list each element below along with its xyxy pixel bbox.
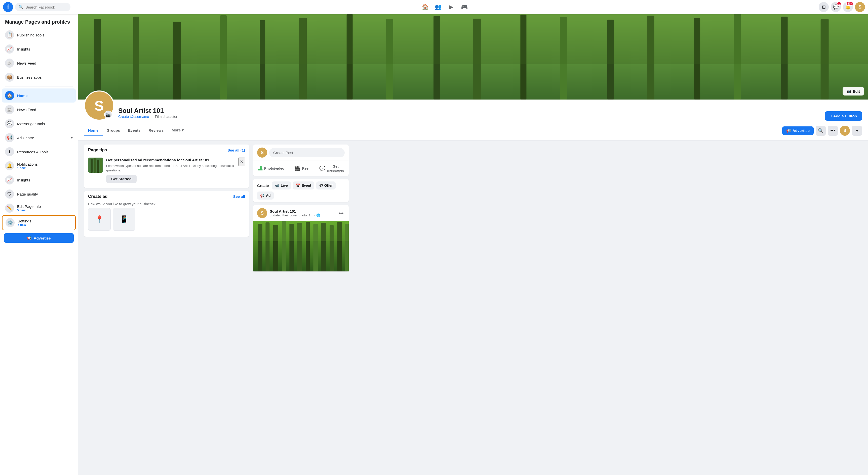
edit-page-info-icon: ✏️ <box>5 204 14 213</box>
sidebar-item-insights-top[interactable]: 📈 Insights <box>2 42 76 56</box>
create-username-link[interactable]: Create @username <box>118 114 149 118</box>
tab-groups[interactable]: Groups <box>103 125 124 136</box>
create-post-avatar: S <box>257 147 267 158</box>
sidebar-item-settings[interactable]: ⚙️ Settings 5 new <box>2 215 76 230</box>
post-image-svg <box>253 221 349 271</box>
profile-name: Soul Artist 101 <box>118 107 821 114</box>
offer-label: Offer <box>324 183 333 188</box>
advertise-tab-button[interactable]: 📢 Advertise <box>782 127 814 135</box>
svg-rect-23 <box>97 160 99 173</box>
tab-home[interactable]: Home <box>84 125 103 136</box>
home-nav-button[interactable]: 🏠 <box>419 1 431 13</box>
search-input[interactable] <box>25 5 67 9</box>
get-messages-button[interactable]: 💬 Get messages <box>317 162 347 175</box>
cover-edit-button[interactable]: 📷 Edit <box>843 87 864 96</box>
user-avatar-button[interactable]: S <box>855 2 865 12</box>
nav-center: 🏠 👥 ▶ 🎮 <box>72 1 817 13</box>
post-action-text: updated their cover photo. <box>270 213 308 217</box>
post-info: Soul Artist 101 updated their cover phot… <box>270 209 335 217</box>
tab-reviews[interactable]: Reviews <box>145 125 167 136</box>
get-started-button[interactable]: Get Started <box>106 175 136 183</box>
insights-top-icon: 📈 <box>5 44 14 54</box>
sidebar-item-notifications[interactable]: 🔔 Notifications 1 new <box>2 159 76 173</box>
svg-rect-21 <box>91 159 93 173</box>
ad-options-grid: 📍 📱 <box>88 208 245 234</box>
profile-category: Film character <box>155 114 177 118</box>
profile-username-row: Create @username · Film character <box>118 114 821 118</box>
reel-button[interactable]: 🎬 Reel <box>287 162 317 175</box>
tip-item: Get personalised ad recommendations for … <box>88 156 245 185</box>
tab-more[interactable]: More ▾ <box>167 125 188 136</box>
ad-option-2[interactable]: 📱 <box>113 208 135 231</box>
sidebar-item-ad-centre[interactable]: 📢 Ad Centre ▾ <box>2 131 76 145</box>
ad-label: Ad <box>266 194 271 198</box>
business-apps-icon: 📦 <box>5 73 14 82</box>
search-icon: 🔍 <box>19 5 23 9</box>
ad-option-1[interactable]: 📍 <box>88 208 111 231</box>
tab-events[interactable]: Events <box>124 125 145 136</box>
cover-forest-background <box>78 14 868 100</box>
sidebar-item-news-feed[interactable]: 📰 News Feed <box>2 103 76 116</box>
sidebar-item-publishing-tools[interactable]: 📋 Publishing Tools <box>2 28 76 42</box>
post-card: S Soul Artist 101 updated their cover ph… <box>253 205 349 271</box>
post-time: 1m <box>309 213 313 217</box>
tip-title: Get personalised ad recommendations for … <box>106 158 235 163</box>
photo-video-label: Photo/video <box>264 166 284 170</box>
create-ad-title: Create ad <box>88 194 107 199</box>
event-label: Event <box>302 183 311 188</box>
sidebar-advertise-button[interactable]: 📢 Advertise <box>4 233 74 243</box>
offer-button[interactable]: 🏷 Offer <box>316 181 336 190</box>
reel-icon: 🎬 <box>294 165 301 171</box>
see-all-tips-link[interactable]: See all (1) <box>227 148 245 152</box>
search-tab-button[interactable]: 🔍 <box>816 126 826 136</box>
edit-page-info-text: Edit Page Info 5 new <box>17 204 41 212</box>
sidebar-item-home[interactable]: 🏠 Home <box>2 89 76 103</box>
sidebar-item-business-apps[interactable]: 📦 Business apps <box>2 70 76 84</box>
dropdown-tab-button[interactable]: ▾ <box>852 126 862 136</box>
sidebar-item-news-feed-top[interactable]: 📰 News Feed <box>2 56 76 70</box>
news-feed-label: News Feed <box>17 108 36 112</box>
insights-label: Insights <box>17 178 30 182</box>
insights-top-label: Insights <box>17 47 30 51</box>
messenger-button[interactable]: 💬 1 <box>831 2 841 12</box>
live-button[interactable]: 📹 Live <box>272 181 291 190</box>
post-header: S Soul Artist 101 updated their cover ph… <box>253 205 349 221</box>
photo-video-button[interactable]: 🏞 Photo/video <box>255 162 287 175</box>
nav-right: ⊞ 💬 1 🔔 20+ S <box>819 2 865 12</box>
edit-page-info-label: Edit Page Info <box>17 204 41 209</box>
advertise-label: Advertise <box>34 236 51 240</box>
svg-rect-19 <box>78 14 868 64</box>
ad-button[interactable]: 📢 Ad <box>257 192 274 200</box>
notifications-sidebar-icon: 🔔 <box>5 161 14 170</box>
watch-nav-button[interactable]: ▶ <box>445 1 457 13</box>
sidebar-item-messenger-tools[interactable]: 💬 Messenger tools <box>2 116 76 131</box>
grid-menu-button[interactable]: ⊞ <box>819 2 829 12</box>
profile-tab-avatar-button[interactable]: S <box>840 126 850 136</box>
messenger-tools-label: Messenger tools <box>17 122 45 126</box>
post-more-button[interactable]: ••• <box>337 209 345 217</box>
sidebar-item-edit-page-info[interactable]: ✏️ Edit Page Info 5 new <box>2 201 76 215</box>
profile-avatar: S 📷 <box>84 91 114 121</box>
photo-video-icon: 🏞 <box>258 166 263 171</box>
create-ad-see-all-link[interactable]: See all <box>233 194 245 199</box>
notifications-badge: 20+ <box>846 1 854 6</box>
friends-nav-button[interactable]: 👥 <box>432 1 444 13</box>
gaming-nav-button[interactable]: 🎮 <box>458 1 470 13</box>
search-bar[interactable]: 🔍 <box>15 3 70 11</box>
notifications-button[interactable]: 🔔 20+ <box>843 2 853 12</box>
sidebar-item-resources-tools[interactable]: ℹ Resources & Tools <box>2 145 76 159</box>
notifications-text: Notifications 1 new <box>17 162 38 170</box>
event-button[interactable]: 📅 Event <box>293 181 314 190</box>
get-messages-icon: 💬 <box>319 165 326 171</box>
tip-content: Get personalised ad recommendations for … <box>106 158 235 183</box>
left-column: Page tips See all (1) <box>84 144 249 271</box>
page-quality-icon: 🛡 <box>5 190 14 199</box>
ad-centre-icon: 📢 <box>5 133 14 142</box>
more-options-tab-button[interactable]: ••• <box>828 126 838 136</box>
sidebar-item-insights[interactable]: 📈 Insights <box>2 173 76 187</box>
add-button-btn[interactable]: + Add a Button <box>825 111 862 121</box>
sidebar-item-page-quality[interactable]: 🛡 Page quality <box>2 187 76 201</box>
tip-close-button[interactable]: ✕ <box>238 158 245 166</box>
avatar-camera-button[interactable]: 📷 <box>104 110 112 118</box>
create-post-input[interactable]: Create Post <box>269 148 345 157</box>
